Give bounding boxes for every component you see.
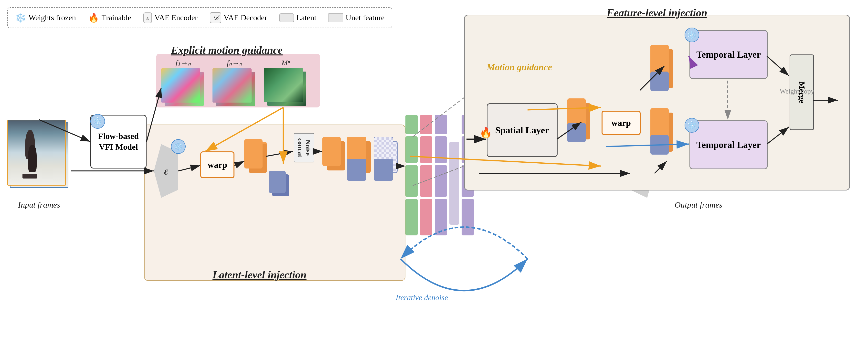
warp-feature-label: warp xyxy=(611,118,631,128)
flow-img-front-1 xyxy=(161,68,200,102)
flow-img-front-3 xyxy=(264,68,303,102)
vfi-frozen-icon: ❄️ xyxy=(93,117,102,126)
flow-img-group-3: Mⁿ xyxy=(264,59,308,107)
explicit-motion-guidance-title: Explicit motion guidance xyxy=(171,44,283,56)
latent-bl-front xyxy=(269,171,286,193)
temporal-bottom-frozen-icon: ❄️ xyxy=(687,121,697,130)
legend-weights-frozen: ❄️ Weights frozen xyxy=(15,13,76,23)
legend-vae-encoder: ε VAE Encoder xyxy=(143,12,197,23)
unet-l2 xyxy=(435,136,447,163)
latent-blue-stack xyxy=(269,171,293,200)
temporal-layer-bottom-box: Temporal Layer xyxy=(689,120,768,169)
input-frame-front xyxy=(7,120,66,186)
unet-g3 xyxy=(405,165,417,197)
lm1-blue xyxy=(347,159,366,181)
input-frames-stack xyxy=(7,120,71,193)
fsb-blue xyxy=(650,135,669,155)
legend-box: ❄️ Weights frozen 🔥 Trainable ε VAE Enco… xyxy=(7,7,392,28)
temporal-bottom-frozen-badge: ❄️ xyxy=(685,118,699,132)
legend-latent-label: Latent xyxy=(297,13,316,22)
input-frames-label: Input frames xyxy=(7,200,71,210)
temporal-top-frozen-badge: ❄️ xyxy=(685,28,699,42)
legend-unet-feature-label: Unet feature xyxy=(346,13,384,22)
flow-label-2: fₙ→ₙ xyxy=(213,59,256,67)
flow-stack-1 xyxy=(161,68,205,108)
dotted-block-group xyxy=(374,137,401,183)
unet-p4 xyxy=(420,199,432,236)
weight-copy-text: Weight copy xyxy=(775,87,819,95)
flow-img-group-1: f₁→ₙ xyxy=(161,59,205,108)
warp-main-label: warp xyxy=(208,160,227,170)
unet-green-col1 xyxy=(405,115,417,236)
flow-img-front-2 xyxy=(213,68,252,102)
unet-bottleneck xyxy=(450,142,459,225)
encoder-frozen-badge: ❄️ xyxy=(171,139,186,154)
feat-stack-1 xyxy=(567,98,592,147)
noise-concat-label: Noiseconcat xyxy=(294,133,314,162)
svg-line-9 xyxy=(235,161,244,165)
latent-rect-icon xyxy=(279,13,294,22)
unet-ld4 xyxy=(462,199,474,236)
fs1-blue xyxy=(567,123,586,142)
latent-og-front xyxy=(244,139,262,168)
vfi-model-label: Flow-basedVFI Model xyxy=(98,131,139,152)
flow-img-group-2: fₙ→ₙ xyxy=(213,59,256,108)
output-frames-label: Output frames xyxy=(667,200,730,210)
noise-concat-container: Noiseconcat xyxy=(293,133,315,162)
latent-injection-label: Latent-level injection xyxy=(213,269,307,281)
unet-g1 xyxy=(405,115,417,134)
unet-p2 xyxy=(420,136,432,163)
feat-stack-bottom xyxy=(650,108,675,157)
temporal-top-frozen-icon: ❄️ xyxy=(687,30,697,39)
spatial-layer-label: Spatial Layer xyxy=(495,125,549,135)
lo2-front xyxy=(322,137,341,166)
legend-weights-frozen-label: Weights frozen xyxy=(29,13,76,22)
unet-g2 xyxy=(405,136,417,163)
legend-vae-decoder: 𝒟 VAE Decoder xyxy=(210,12,267,23)
spatial-layer-box: Spatial Layer xyxy=(487,103,558,157)
flow-stack-3 xyxy=(264,68,308,107)
legend-trainable: 🔥 Trainable xyxy=(88,13,131,23)
encoder-frozen-icon: ❄️ xyxy=(174,142,183,151)
latent-orange-stack xyxy=(244,139,269,178)
latent-mixed-stack1 xyxy=(347,137,374,183)
weight-copy-label: Weight copy xyxy=(775,87,819,95)
fst-blue xyxy=(650,71,669,91)
dotted-blue xyxy=(374,159,393,181)
unet-btn xyxy=(450,142,459,225)
feature-injection-title: Feature-level injection xyxy=(607,7,707,19)
snowflake-icon: ❄️ xyxy=(15,13,26,23)
flow-label-3: Mⁿ xyxy=(264,59,308,67)
feat-stack-top xyxy=(650,45,675,94)
legend-latent: Latent xyxy=(279,13,316,22)
vae-enc-label: ε xyxy=(164,165,168,177)
legend-vae-decoder-label: VAE Decoder xyxy=(224,13,267,22)
unet-l3 xyxy=(435,165,447,197)
flame-spatial-icon: 🔥 xyxy=(479,127,492,138)
svg-line-10 xyxy=(266,151,293,156)
unet-l1 xyxy=(435,115,447,134)
temporal-layer-top-label: Temporal Layer xyxy=(696,49,761,60)
latent-orange-stack2 xyxy=(322,137,347,176)
warp-box-feature: warp xyxy=(601,111,641,135)
unet-l4 xyxy=(435,199,447,236)
motion-guidance-label: Motion guidance xyxy=(487,62,552,72)
flame-badge-spatial: 🔥 xyxy=(479,126,492,139)
flow-stack-2 xyxy=(213,68,256,108)
feature-injection-box: Feature-level injection Spatial Layer 🔥 … xyxy=(464,14,850,190)
unet-lilac-col xyxy=(435,115,447,236)
svg-line-8 xyxy=(178,165,200,171)
vfi-frozen-badge: ❄️ xyxy=(90,114,105,129)
unet-g4 xyxy=(405,199,417,236)
svg-line-6 xyxy=(147,88,161,142)
vae-dec-symbol: 𝒟 xyxy=(210,12,221,23)
vae-enc-symbol: ε xyxy=(143,12,152,23)
temporal-layer-top-box: Temporal Layer xyxy=(689,30,768,79)
unet-p3 xyxy=(420,165,432,197)
legend-unet-feature: Unet feature xyxy=(329,13,384,22)
flow-label-1: f₁→ₙ xyxy=(161,59,205,67)
temporal-layer-bottom-label: Temporal Layer xyxy=(696,140,761,150)
unet-pink-col xyxy=(420,115,432,236)
iterative-denoise-label: Iterative denoise xyxy=(396,293,448,302)
warp-box-main: warp xyxy=(200,151,235,178)
